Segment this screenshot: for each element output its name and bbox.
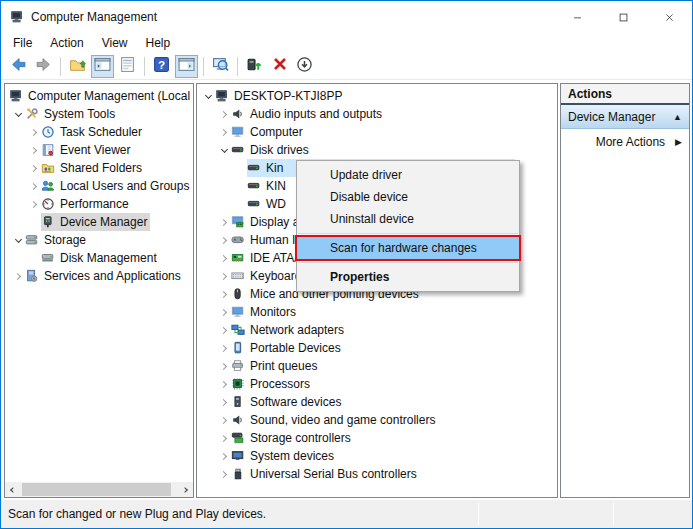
expander-collapsed-icon[interactable] bbox=[217, 274, 231, 279]
tree-item-label: Network adapters bbox=[248, 322, 347, 338]
tree-item-device-manager[interactable]: Device Manager bbox=[5, 213, 193, 231]
context-menu-item-update-driver[interactable]: Update driver bbox=[297, 164, 519, 186]
expander-collapsed-icon[interactable] bbox=[217, 328, 231, 333]
tree-item-label: Task Scheduler bbox=[58, 124, 145, 140]
folder-up-button[interactable] bbox=[66, 55, 89, 78]
close-button[interactable] bbox=[646, 1, 692, 33]
help-button[interactable]: ? bbox=[150, 55, 173, 78]
expander-collapsed-icon[interactable] bbox=[217, 400, 231, 405]
context-menu-item-disable-device[interactable]: Disable device bbox=[297, 186, 519, 208]
tree-item-desktop-ktji8pp[interactable]: DESKTOP-KTJI8PP bbox=[197, 87, 557, 105]
scroll-left-arrow-icon[interactable] bbox=[5, 482, 21, 497]
tree-item-print-queues[interactable]: Print queues bbox=[197, 357, 557, 375]
uninstall-device-icon bbox=[272, 56, 288, 76]
tree-item-software-devices[interactable]: Software devices bbox=[197, 393, 557, 411]
tree-item-audio-inputs-and-outputs[interactable]: Audio inputs and outputs bbox=[197, 105, 557, 123]
context-menu: Update driverDisable deviceUninstall dev… bbox=[296, 160, 520, 292]
chevron-right-icon bbox=[219, 290, 226, 297]
expander-expanded-icon[interactable] bbox=[201, 95, 215, 98]
row-content: Software devices bbox=[231, 393, 344, 411]
tree-item-storage[interactable]: Storage bbox=[5, 231, 193, 249]
tree-item-shared-folders[interactable]: Shared Folders bbox=[5, 159, 193, 177]
actions-group-title: Device Manager bbox=[568, 110, 655, 124]
expander-collapsed-icon[interactable] bbox=[27, 184, 41, 189]
expander-expanded-icon[interactable] bbox=[11, 239, 25, 242]
expander-collapsed-icon[interactable] bbox=[27, 130, 41, 135]
expander-collapsed-icon[interactable] bbox=[27, 202, 41, 207]
properties-button[interactable] bbox=[116, 55, 139, 78]
expander-collapsed-icon[interactable] bbox=[217, 346, 231, 351]
expander-expanded-icon[interactable] bbox=[217, 149, 231, 152]
search-computer-button[interactable] bbox=[209, 55, 232, 78]
forward-icon bbox=[35, 56, 52, 77]
expander-collapsed-icon[interactable] bbox=[217, 436, 231, 441]
tree-item-local-users-and-groups[interactable]: Local Users and Groups bbox=[5, 177, 193, 195]
expander-collapsed-icon[interactable] bbox=[11, 274, 25, 279]
tree-item-disk-management[interactable]: Disk Management bbox=[5, 249, 193, 267]
expander-collapsed-icon[interactable] bbox=[217, 220, 231, 225]
action-pane-toggle-button[interactable] bbox=[175, 55, 198, 78]
tree-item-services-and-applications[interactable]: Services and Applications bbox=[5, 267, 193, 285]
context-menu-item-uninstall-device[interactable]: Uninstall device bbox=[297, 208, 519, 230]
tree-item-event-viewer[interactable]: Event Viewer bbox=[5, 141, 193, 159]
expander-collapsed-icon[interactable] bbox=[217, 454, 231, 459]
tree-item-monitors[interactable]: Monitors bbox=[197, 303, 557, 321]
console-tree-toggle-button[interactable] bbox=[91, 55, 114, 78]
tree-item-processors[interactable]: Processors bbox=[197, 375, 557, 393]
tree-item-system-devices[interactable]: System devices bbox=[197, 447, 557, 465]
back-icon bbox=[10, 56, 27, 77]
update-driver-button[interactable] bbox=[243, 55, 266, 78]
forward-button[interactable] bbox=[32, 55, 55, 78]
expander-collapsed-icon[interactable] bbox=[217, 472, 231, 477]
menu-help[interactable]: Help bbox=[137, 34, 180, 52]
help-icon: ? bbox=[153, 56, 170, 77]
tree-item-label: System devices bbox=[248, 448, 337, 464]
scrollbar-thumb[interactable] bbox=[22, 483, 171, 496]
scan-hardware-button[interactable] bbox=[293, 55, 316, 78]
tree-item-storage-controllers[interactable]: Storage controllers bbox=[197, 429, 557, 447]
tree-item-task-scheduler[interactable]: Task Scheduler bbox=[5, 123, 193, 141]
chevron-right-icon bbox=[219, 452, 226, 459]
tree-item-universal-serial-bus-controllers[interactable]: Universal Serial Bus controllers bbox=[197, 465, 557, 483]
more-actions-item[interactable]: More Actions ▶ bbox=[561, 129, 689, 155]
expander-expanded-icon[interactable] bbox=[11, 113, 25, 116]
tree-item-portable-devices[interactable]: Portable Devices bbox=[197, 339, 557, 357]
actions-group-device-manager[interactable]: Device Manager ▲ bbox=[561, 105, 689, 129]
tree-item-label: Shared Folders bbox=[58, 160, 145, 176]
disk-management-icon bbox=[41, 251, 58, 265]
expander-collapsed-icon[interactable] bbox=[217, 382, 231, 387]
expander-collapsed-icon[interactable] bbox=[217, 130, 231, 135]
expander-collapsed-icon[interactable] bbox=[217, 256, 231, 261]
expander-collapsed-icon[interactable] bbox=[217, 238, 231, 243]
collapse-arrow-icon[interactable]: ▲ bbox=[673, 112, 682, 122]
context-menu-item-properties[interactable]: Properties bbox=[297, 266, 519, 288]
minimize-button[interactable] bbox=[554, 1, 600, 33]
tree-item-performance[interactable]: Performance bbox=[5, 195, 193, 213]
disk-icon bbox=[247, 197, 264, 211]
back-button[interactable] bbox=[7, 55, 30, 78]
maximize-button[interactable] bbox=[600, 1, 646, 33]
tree-item-system-tools[interactable]: System Tools bbox=[5, 105, 193, 123]
expander-collapsed-icon[interactable] bbox=[217, 292, 231, 297]
uninstall-device-button[interactable] bbox=[268, 55, 291, 78]
expander-collapsed-icon[interactable] bbox=[217, 310, 231, 315]
tree-item-disk-drives[interactable]: Disk drives bbox=[197, 141, 557, 159]
menu-file[interactable]: File bbox=[4, 34, 41, 52]
tree-item-sound-video-and-game-controllers[interactable]: Sound, video and game controllers bbox=[197, 411, 557, 429]
tree-item-computer-management-local[interactable]: Computer Management (Local bbox=[5, 87, 193, 105]
expander-collapsed-icon[interactable] bbox=[27, 166, 41, 171]
expander-collapsed-icon[interactable] bbox=[217, 364, 231, 369]
tree-item-label: Performance bbox=[58, 196, 132, 212]
expander-collapsed-icon[interactable] bbox=[217, 112, 231, 117]
expander-collapsed-icon[interactable] bbox=[217, 418, 231, 423]
tree-item-network-adapters[interactable]: Network adapters bbox=[197, 321, 557, 339]
menu-view[interactable]: View bbox=[93, 34, 137, 52]
tree-item-computer[interactable]: Computer bbox=[197, 123, 557, 141]
menu-action[interactable]: Action bbox=[41, 34, 92, 52]
context-menu-item-scan-for-hardware-changes-annotated[interactable]: Scan for hardware changes bbox=[297, 237, 519, 259]
selected-highlight: Device Manager bbox=[41, 213, 150, 231]
horizontal-scrollbar[interactable] bbox=[5, 482, 193, 497]
scroll-right-arrow-icon[interactable] bbox=[177, 482, 193, 497]
submenu-arrow-icon: ▶ bbox=[675, 137, 682, 147]
expander-collapsed-icon[interactable] bbox=[27, 148, 41, 153]
